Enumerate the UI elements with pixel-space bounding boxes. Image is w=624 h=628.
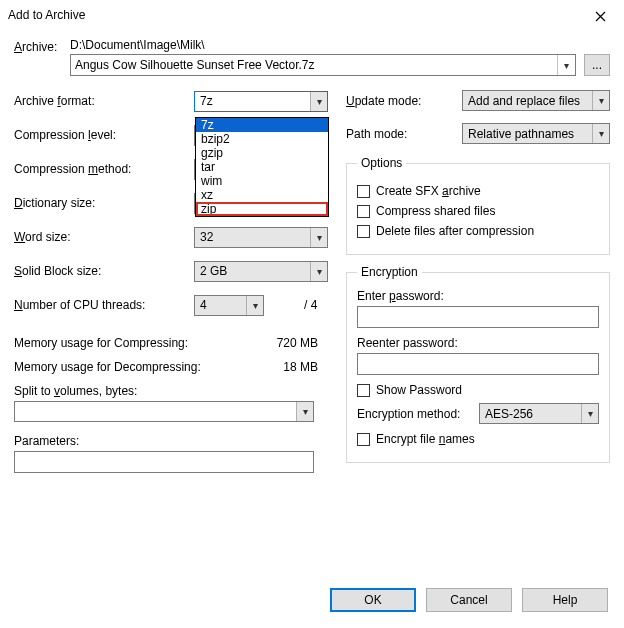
format-option-wim[interactable]: wim bbox=[196, 174, 328, 188]
solid-block-size-combo[interactable]: 2 GB ▾ bbox=[194, 261, 328, 282]
format-option-zip[interactable]: zip bbox=[196, 202, 328, 216]
update-mode-value: Add and replace files bbox=[468, 94, 580, 108]
solid-block-size-label: Solid Block size: bbox=[14, 264, 194, 278]
encryption-method-label: Encryption method: bbox=[357, 407, 479, 421]
chevron-down-icon[interactable]: ▾ bbox=[592, 124, 609, 143]
titlebar: Add to Archive bbox=[0, 0, 624, 30]
update-mode-label: Update mode: bbox=[346, 94, 462, 108]
archive-path-text: D:\Document\Image\Milk\ bbox=[70, 38, 610, 52]
split-volumes-combo[interactable]: ▾ bbox=[14, 401, 314, 422]
create-sfx-label: Create SFX archive bbox=[376, 184, 481, 198]
right-column: Update mode: Add and replace files ▾ Pat… bbox=[346, 90, 610, 473]
split-volumes-label: Split to volumes, bytes: bbox=[14, 384, 328, 398]
archive-format-label: Archive format: bbox=[14, 94, 194, 108]
archive-label: Archive: bbox=[14, 38, 70, 54]
archive-format-dropdown-list[interactable]: 7z bzip2 gzip tar wim xz zip bbox=[195, 117, 329, 217]
solid-block-size-value: 2 GB bbox=[200, 264, 227, 278]
add-to-archive-dialog: Add to Archive Archive: D:\Document\Imag… bbox=[0, 0, 624, 628]
path-mode-label: Path mode: bbox=[346, 127, 462, 141]
format-option-tar[interactable]: tar bbox=[196, 160, 328, 174]
browse-button[interactable]: ... bbox=[584, 54, 610, 76]
create-sfx-checkbox[interactable] bbox=[357, 185, 370, 198]
chevron-down-icon[interactable]: ▾ bbox=[310, 262, 327, 281]
chevron-down-icon[interactable]: ▾ bbox=[592, 91, 609, 110]
encryption-legend: Encryption bbox=[357, 265, 422, 279]
word-size-combo[interactable]: 32 ▾ bbox=[194, 227, 328, 248]
mem-compress-label: Memory usage for Compressing: bbox=[14, 336, 188, 350]
delete-after-label: Delete files after compression bbox=[376, 224, 534, 238]
help-button[interactable]: Help bbox=[522, 588, 608, 612]
word-size-label: Word size: bbox=[14, 230, 194, 244]
dialog-buttons: OK Cancel Help bbox=[330, 588, 608, 612]
format-option-bzip2[interactable]: bzip2 bbox=[196, 132, 328, 146]
mem-decompress-value: 18 MB bbox=[283, 360, 318, 374]
show-password-label: Show Password bbox=[376, 383, 462, 397]
options-group: Options Create SFX archive Compress shar… bbox=[346, 156, 610, 255]
options-legend: Options bbox=[357, 156, 406, 170]
mem-compress-value: 720 MB bbox=[277, 336, 318, 350]
show-password-checkbox[interactable] bbox=[357, 384, 370, 397]
encrypt-filenames-checkbox[interactable] bbox=[357, 433, 370, 446]
cpu-threads-value: 4 bbox=[200, 298, 207, 312]
encryption-method-combo[interactable]: AES-256 ▾ bbox=[479, 403, 599, 424]
chevron-down-icon[interactable]: ▾ bbox=[246, 296, 263, 315]
format-option-xz[interactable]: xz bbox=[196, 188, 328, 202]
cpu-threads-label: Number of CPU threads: bbox=[14, 298, 194, 312]
reenter-password-input[interactable] bbox=[357, 353, 599, 375]
browse-label: ... bbox=[592, 58, 602, 72]
delete-after-checkbox[interactable] bbox=[357, 225, 370, 238]
format-option-7z[interactable]: 7z bbox=[196, 118, 328, 132]
format-option-gzip[interactable]: gzip bbox=[196, 146, 328, 160]
word-size-value: 32 bbox=[200, 230, 213, 244]
chevron-down-icon[interactable]: ▾ bbox=[310, 92, 327, 111]
cpu-threads-combo[interactable]: 4 ▾ bbox=[194, 295, 264, 316]
archive-format-combo[interactable]: 7z ▾ bbox=[194, 91, 328, 112]
archive-format-value: 7z bbox=[200, 94, 213, 108]
compress-shared-checkbox[interactable] bbox=[357, 205, 370, 218]
chevron-down-icon[interactable]: ▾ bbox=[557, 55, 575, 75]
cpu-threads-total: / 4 bbox=[304, 298, 317, 312]
reenter-password-label: Reenter password: bbox=[357, 336, 599, 350]
parameters-label: Parameters: bbox=[14, 434, 328, 448]
chevron-down-icon[interactable]: ▾ bbox=[296, 402, 313, 421]
path-mode-combo[interactable]: Relative pathnames ▾ bbox=[462, 123, 610, 144]
dialog-content: Archive: D:\Document\Image\Milk\ Angus C… bbox=[0, 30, 624, 473]
compression-level-label: Compression level: bbox=[14, 128, 194, 142]
encryption-group: Encryption Enter password: Reenter passw… bbox=[346, 265, 610, 463]
parameters-input[interactable] bbox=[14, 451, 314, 473]
enter-password-label: Enter password: bbox=[357, 289, 599, 303]
compression-method-label: Compression method: bbox=[14, 162, 194, 176]
chevron-down-icon[interactable]: ▾ bbox=[310, 228, 327, 247]
archive-filename-combo[interactable]: Angus Cow Silhouette Sunset Free Vector.… bbox=[70, 54, 576, 76]
path-mode-value: Relative pathnames bbox=[468, 127, 574, 141]
window-title: Add to Archive bbox=[8, 8, 85, 22]
encryption-method-value: AES-256 bbox=[485, 407, 533, 421]
close-button[interactable] bbox=[582, 4, 618, 28]
archive-filename-value: Angus Cow Silhouette Sunset Free Vector.… bbox=[75, 58, 314, 72]
compress-shared-label: Compress shared files bbox=[376, 204, 495, 218]
cancel-button[interactable]: Cancel bbox=[426, 588, 512, 612]
enter-password-input[interactable] bbox=[357, 306, 599, 328]
update-mode-combo[interactable]: Add and replace files ▾ bbox=[462, 90, 610, 111]
chevron-down-icon[interactable]: ▾ bbox=[581, 404, 598, 423]
close-icon bbox=[595, 11, 606, 22]
encrypt-filenames-label: Encrypt file names bbox=[376, 432, 475, 446]
mem-decompress-label: Memory usage for Decompressing: bbox=[14, 360, 201, 374]
ok-button[interactable]: OK bbox=[330, 588, 416, 612]
dictionary-size-label: Dictionary size: bbox=[14, 196, 194, 210]
